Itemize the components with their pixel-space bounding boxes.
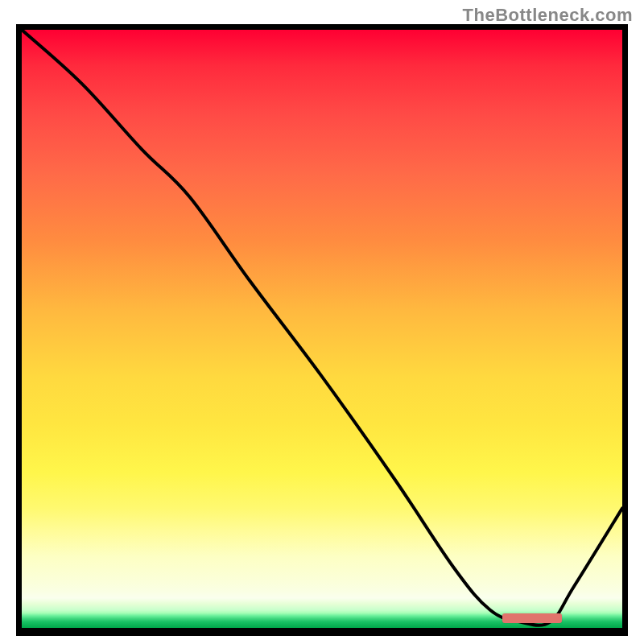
chart-container: TheBottleneck.com (0, 0, 644, 644)
bottleneck-curve-svg (22, 30, 622, 628)
bottleneck-gradient-plot (16, 24, 628, 636)
bottleneck-curve (22, 30, 622, 625)
watermark-text: TheBottleneck.com (463, 5, 633, 26)
optimal-marker (502, 613, 563, 623)
